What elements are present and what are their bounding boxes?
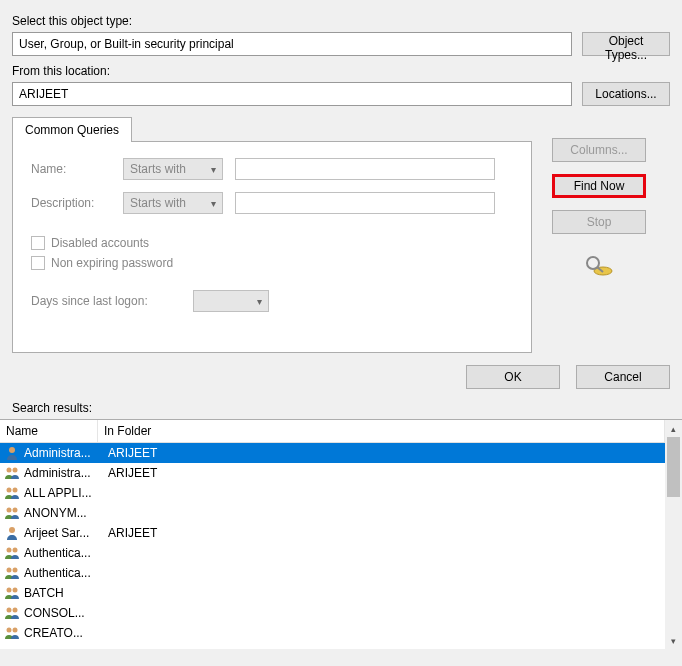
svg-point-19 [7, 628, 12, 633]
list-item[interactable]: CREATO... [0, 623, 665, 643]
result-name: Administra... [24, 446, 102, 460]
object-types-button[interactable]: Object Types... [582, 32, 670, 56]
svg-point-18 [13, 608, 18, 613]
desc-query-input[interactable] [235, 192, 495, 214]
columns-button[interactable]: Columns... [552, 138, 646, 162]
column-header-folder[interactable]: In Folder [98, 420, 665, 442]
list-item[interactable]: Authentica... [0, 563, 665, 583]
result-folder: ARIJEET [102, 446, 665, 460]
svg-point-6 [7, 488, 12, 493]
result-name: Administra... [24, 466, 102, 480]
result-folder: ARIJEET [102, 526, 665, 540]
svg-point-13 [7, 568, 12, 573]
ok-button[interactable]: OK [466, 365, 560, 389]
search-results-label: Search results: [0, 401, 682, 419]
common-queries-panel: Name: Starts with ▾ Description: Starts … [12, 141, 532, 353]
non-expiring-checkbox[interactable] [31, 256, 45, 270]
list-item[interactable]: Administra...ARIJEET [0, 443, 665, 463]
svg-point-20 [13, 628, 18, 633]
locations-button[interactable]: Locations... [582, 82, 670, 106]
result-name: Arijeet Sar... [24, 526, 102, 540]
list-item[interactable]: Arijeet Sar...ARIJEET [0, 523, 665, 543]
scroll-down-arrow[interactable]: ▾ [665, 632, 682, 649]
scrollbar[interactable]: ▴ ▾ [665, 419, 682, 649]
location-input[interactable] [12, 82, 572, 106]
group-icon [4, 465, 20, 481]
list-item[interactable]: ALL APPLI... [0, 483, 665, 503]
svg-point-3 [9, 447, 15, 453]
name-query-input[interactable] [235, 158, 495, 180]
user-icon [4, 445, 20, 461]
group-icon [4, 545, 20, 561]
list-item[interactable]: Authentica... [0, 543, 665, 563]
stop-button[interactable]: Stop [552, 210, 646, 234]
name-mode-value: Starts with [130, 162, 186, 176]
name-mode-combo[interactable]: Starts with ▾ [123, 158, 223, 180]
svg-point-16 [13, 588, 18, 593]
cancel-button[interactable]: Cancel [576, 365, 670, 389]
disabled-accounts-label: Disabled accounts [51, 236, 149, 250]
list-item[interactable]: CONSOL... [0, 603, 665, 623]
find-now-button[interactable]: Find Now [552, 174, 646, 198]
result-name: ANONYM... [24, 506, 102, 520]
desc-mode-value: Starts with [130, 196, 186, 210]
group-icon [4, 505, 20, 521]
group-icon [4, 605, 20, 621]
svg-point-12 [13, 548, 18, 553]
user-icon [4, 525, 20, 541]
query-name-label: Name: [31, 162, 111, 176]
svg-point-11 [7, 548, 12, 553]
list-item[interactable]: Administra...ARIJEET [0, 463, 665, 483]
chevron-down-icon: ▾ [257, 296, 262, 307]
svg-point-9 [13, 508, 18, 513]
result-folder: ARIJEET [102, 466, 665, 480]
search-icon [583, 254, 615, 278]
svg-point-7 [13, 488, 18, 493]
column-header-name[interactable]: Name [0, 420, 98, 442]
query-desc-label: Description: [31, 196, 111, 210]
scroll-thumb[interactable] [667, 437, 680, 497]
object-type-label: Select this object type: [12, 14, 670, 28]
result-name: ALL APPLI... [24, 486, 102, 500]
svg-point-4 [7, 468, 12, 473]
list-item[interactable]: BATCH [0, 583, 665, 603]
result-name: Authentica... [24, 546, 102, 560]
non-expiring-label: Non expiring password [51, 256, 173, 270]
result-name: CONSOL... [24, 606, 102, 620]
days-since-label: Days since last logon: [31, 294, 181, 308]
group-icon [4, 585, 20, 601]
result-name: CREATO... [24, 626, 102, 640]
svg-point-8 [7, 508, 12, 513]
list-item[interactable]: ANONYM... [0, 503, 665, 523]
days-since-combo[interactable]: ▾ [193, 290, 269, 312]
group-icon [4, 625, 20, 641]
svg-point-15 [7, 588, 12, 593]
group-icon [4, 485, 20, 501]
disabled-accounts-checkbox[interactable] [31, 236, 45, 250]
result-name: BATCH [24, 586, 102, 600]
chevron-down-icon: ▾ [211, 164, 216, 175]
object-type-input[interactable] [12, 32, 572, 56]
svg-point-5 [13, 468, 18, 473]
result-name: Authentica... [24, 566, 102, 580]
chevron-down-icon: ▾ [211, 198, 216, 209]
desc-mode-combo[interactable]: Starts with ▾ [123, 192, 223, 214]
location-label: From this location: [12, 64, 670, 78]
svg-point-10 [9, 527, 15, 533]
scroll-up-arrow[interactable]: ▴ [665, 420, 682, 437]
svg-point-14 [13, 568, 18, 573]
tab-common-queries[interactable]: Common Queries [12, 117, 132, 142]
results-list: Name In Folder Administra...ARIJEETAdmin… [0, 419, 665, 649]
svg-point-17 [7, 608, 12, 613]
group-icon [4, 565, 20, 581]
